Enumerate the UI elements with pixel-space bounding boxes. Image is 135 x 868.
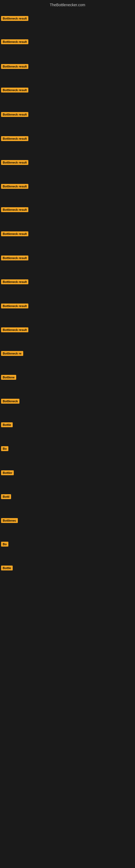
bottleneck-badge-15: Bottleneck re	[1, 351, 23, 356]
bottleneck-badge-21: Bottl	[1, 494, 11, 499]
bottleneck-badge-2: Bottleneck result	[1, 39, 28, 44]
bottleneck-badge-20: Bottler	[1, 470, 14, 475]
bottleneck-badge-23: Bo	[1, 542, 8, 547]
page-container: TheBottlenecker.com Bottleneck resultBot…	[0, 0, 135, 868]
bottleneck-badge-14: Bottleneck result	[1, 328, 28, 332]
bottleneck-badge-7: Bottleneck result	[1, 160, 28, 165]
bottleneck-badge-3: Bottleneck result	[1, 64, 28, 69]
bottleneck-badge-11: Bottleneck result	[1, 255, 28, 260]
badges-container: Bottleneck resultBottleneck resultBottle…	[0, 9, 135, 868]
bottleneck-badge-12: Bottleneck result	[1, 279, 28, 284]
bottleneck-badge-17: Bottleneck	[1, 399, 19, 404]
bottleneck-badge-19: Bo	[1, 446, 8, 451]
bottleneck-badge-18: Bottle	[1, 422, 13, 427]
bottleneck-badge-9: Bottleneck result	[1, 207, 28, 212]
bottleneck-badge-22: Bottlenec	[1, 518, 18, 523]
site-title: TheBottlenecker.com	[0, 0, 135, 9]
bottleneck-badge-8: Bottleneck result	[1, 184, 28, 189]
bottleneck-badge-16: Bottlene	[1, 375, 16, 380]
bottleneck-badge-13: Bottleneck result	[1, 304, 28, 308]
bottleneck-badge-24: Bottle	[1, 565, 13, 570]
bottleneck-badge-6: Bottleneck result	[1, 136, 28, 141]
bottleneck-badge-4: Bottleneck result	[1, 88, 28, 93]
bottleneck-badge-5: Bottleneck result	[1, 112, 28, 117]
bottleneck-badge-10: Bottleneck result	[1, 231, 28, 236]
bottleneck-badge-1: Bottleneck result	[1, 16, 28, 21]
